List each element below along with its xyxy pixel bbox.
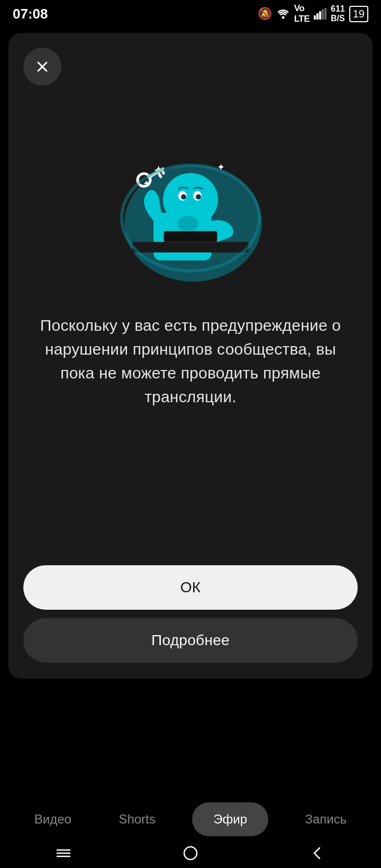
svg-rect-3 — [319, 11, 321, 20]
svg-point-0 — [282, 16, 284, 19]
speed-text: 611B/S — [331, 4, 345, 23]
system-nav — [0, 838, 381, 868]
battery-indicator: 19 — [349, 6, 368, 22]
nav-label-live: Эфир — [213, 812, 247, 827]
menu-button[interactable] — [50, 840, 77, 866]
svg-rect-1 — [314, 15, 316, 20]
buttons-area: ОК Подробнее — [8, 565, 373, 663]
status-icons: 🔕 VoLTE 611B/S 19 — [258, 3, 368, 24]
svg-rect-24 — [164, 231, 217, 242]
close-button[interactable] — [23, 48, 61, 86]
svg-point-16 — [177, 216, 198, 231]
nav-item-live[interactable]: Эфир — [192, 802, 268, 836]
illustration-area: ✦ ✦ ✦ — [8, 33, 373, 292]
ok-button[interactable]: ОК — [23, 565, 358, 610]
character-illustration: ✦ ✦ ✦ — [111, 117, 270, 287]
more-button[interactable]: Подробнее — [23, 618, 358, 663]
nav-label-record: Запись — [305, 812, 347, 827]
wifi-icon — [276, 8, 290, 20]
svg-rect-5 — [324, 8, 326, 20]
nav-item-shorts[interactable]: Shorts — [108, 807, 166, 832]
status-time: 07:08 — [13, 6, 48, 22]
modal-message: Поскольку у вас есть предупреждение о на… — [8, 292, 373, 409]
nav-label-video: Видео — [34, 812, 71, 827]
svg-rect-2 — [316, 13, 319, 20]
bottom-nav: Видео Shorts Эфир Запись — [0, 802, 381, 836]
home-button[interactable] — [177, 840, 204, 866]
nav-label-shorts: Shorts — [119, 812, 155, 827]
status-bar: 07:08 🔕 VoLTE 611B/S 19 — [0, 0, 381, 28]
signal-bars-icon — [314, 8, 326, 20]
svg-rect-10 — [132, 242, 249, 252]
nav-item-video[interactable]: Видео — [24, 807, 82, 832]
svg-point-29 — [184, 847, 197, 860]
modal-card: ✦ ✦ ✦ Поскольку у вас есть предупреждени… — [8, 33, 373, 679]
svg-rect-4 — [322, 9, 324, 20]
nav-item-record[interactable]: Запись — [295, 807, 358, 832]
signal-text: VoLTE — [294, 3, 310, 24]
svg-point-14 — [181, 194, 186, 200]
back-button[interactable] — [304, 840, 331, 866]
mute-icon: 🔕 — [258, 7, 272, 21]
svg-point-15 — [196, 194, 201, 200]
